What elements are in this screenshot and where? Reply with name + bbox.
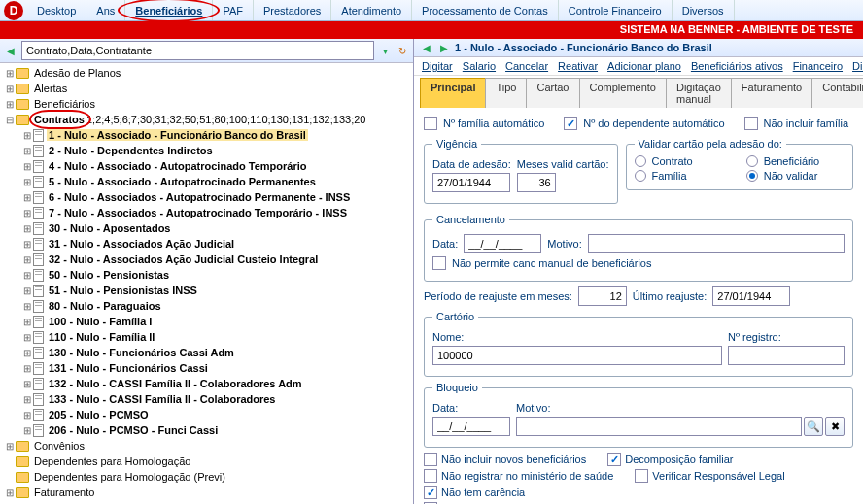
action-financeiro[interactable]: Financeiro <box>793 60 843 72</box>
action-digitar[interactable]: Digitar <box>422 60 453 72</box>
tree-row[interactable]: ⊞205 - Nulo - PCMSO <box>0 407 413 422</box>
tab-cart-o[interactable]: Cartão <box>526 78 579 108</box>
cb-auto-dependente[interactable] <box>564 117 577 130</box>
tab-complemento[interactable]: Complemento <box>579 78 667 108</box>
expand-icon[interactable]: ⊞ <box>21 223 33 234</box>
tree-row[interactable]: ⊞32 - Nulo - Associados Ação Judicial Cu… <box>0 252 413 267</box>
tree-row[interactable]: ⊞6 - Nulo - Associados - Autopatrocinado… <box>0 189 413 205</box>
tree-row[interactable]: ⊞80 - Nulo - Paraguaios <box>0 298 413 314</box>
input-nome[interactable] <box>432 346 722 365</box>
tree-row[interactable]: ⊞Faturamento <box>0 485 413 500</box>
radio-contrato[interactable] <box>635 155 646 167</box>
tree-row[interactable]: ⊞2 - Nulo - Dependentes Indiretos <box>0 143 413 158</box>
detail-fwd-icon[interactable]: ▶ <box>437 41 451 54</box>
tree-row[interactable]: ⊞30 - Nulo - Aposentados <box>0 220 413 236</box>
action-dia[interactable]: Dia <box>852 60 863 72</box>
expand-icon[interactable]: ⊞ <box>21 254 33 265</box>
radio-fam-lia[interactable] <box>635 170 646 182</box>
tab-faturamento[interactable]: Faturamento <box>731 78 812 108</box>
tab-contabiliza-o[interactable]: Contabilização <box>811 78 863 108</box>
action-cancelar[interactable]: Cancelar <box>505 60 548 72</box>
tab-digita-o-manual[interactable]: Digitação manual <box>666 78 732 108</box>
tree-row[interactable]: ⊞Adesão de Planos <box>0 65 413 81</box>
expand-icon[interactable]: ⊞ <box>4 441 16 452</box>
lookup-icon[interactable]: 🔍 <box>804 417 823 436</box>
radio-benefici-rio[interactable] <box>746 155 758 167</box>
action-reativar[interactable]: Reativar <box>558 60 598 72</box>
tree-row[interactable]: ⊞131 - Nulo - Funcionários Cassi <box>0 360 413 376</box>
expand-icon[interactable]: ⊞ <box>21 146 33 156</box>
expand-icon[interactable]: ⊞ <box>21 208 33 218</box>
tree-row[interactable]: ⊞50 - Nulo - Pensionistas <box>0 267 413 283</box>
tree-row[interactable]: ⊞31 - Nulo - Associados Ação Judicial <box>0 236 413 252</box>
nav-refresh-icon[interactable]: ↻ <box>396 44 409 57</box>
menu-benefici-rios[interactable]: Beneficiários <box>125 0 213 20</box>
cb-verificar-respons-vel-legal[interactable] <box>635 469 648 483</box>
tree-row[interactable]: ⊞206 - Nulo - PCMSO - Funci Cassi <box>0 422 413 438</box>
radio-n-o-validar[interactable] <box>746 170 758 182</box>
expand-icon[interactable]: ⊞ <box>21 239 33 250</box>
input-cancel-motivo[interactable] <box>588 234 845 253</box>
tree-row[interactable]: ⊞4 - Nulo - Associado - Autopatrocinado … <box>0 158 413 174</box>
action-adicionar-plano[interactable]: Adicionar plano <box>607 60 681 72</box>
menu-atendimento[interactable]: Atendimento <box>331 0 412 20</box>
tree-row[interactable]: ⊞5 - Nulo - Associado - Autopatrocinado … <box>0 174 413 189</box>
input-bloqueio-motivo[interactable] <box>516 417 802 436</box>
cb-decomposi-o-familiar[interactable] <box>607 453 621 466</box>
tree-row[interactable]: ⊞51 - Nulo - Pensionistas INSS <box>0 283 413 298</box>
input-data-adesao[interactable] <box>432 173 510 192</box>
expand-icon[interactable]: ⊟ <box>4 115 16 125</box>
expand-icon[interactable]: ⊞ <box>21 425 33 436</box>
tree-row[interactable]: ⊞110 - Nulo - Família II <box>0 329 413 345</box>
nav-back-icon[interactable]: ◀ <box>4 44 17 57</box>
tree-row[interactable]: ⊟Contratos 1;2;4;5;6;7;30;31;32;50;51;80… <box>0 112 413 127</box>
cb-nao-permite-canc[interactable] <box>432 256 446 270</box>
tree-row[interactable]: ⊞100 - Nulo - Família I <box>0 314 413 329</box>
action-salario[interactable]: Salario <box>463 60 496 72</box>
tree-row[interactable]: ⊞7 - Nulo - Associados - Autopatrocinado… <box>0 205 413 220</box>
expand-icon[interactable]: ⊞ <box>21 348 33 358</box>
input-cancel-data[interactable] <box>464 234 541 253</box>
cb-n-o-tem-car-ncia[interactable] <box>424 486 437 499</box>
expand-icon[interactable]: ⊞ <box>21 130 33 141</box>
tree-row[interactable]: ⊞Alertas <box>0 81 413 96</box>
expand-icon[interactable]: ⊞ <box>4 68 16 79</box>
expand-icon[interactable]: ⊞ <box>4 99 16 110</box>
tree-row[interactable]: ⊞1 - Nulo - Associado - Funcionário Banc… <box>0 127 413 143</box>
nav-dropdown-icon[interactable]: ▾ <box>378 44 392 57</box>
menu-processamento-de-contas[interactable]: Processamento de Contas <box>412 0 559 20</box>
tab-principal[interactable]: Principal <box>420 78 486 108</box>
expand-icon[interactable]: ⊞ <box>21 192 33 203</box>
expand-icon[interactable]: ⊞ <box>21 379 33 389</box>
tree-row[interactable]: ⊞Convênios <box>0 438 413 454</box>
tree-row[interactable]: ⊞130 - Nulo - Funcionários Cassi Adm <box>0 345 413 360</box>
tree-row[interactable]: ⊞133 - Nulo - CASSI Família II - Colabor… <box>0 391 413 407</box>
input-meses[interactable] <box>517 173 556 192</box>
input-ultimo[interactable] <box>712 286 790 306</box>
expand-icon[interactable]: ⊞ <box>21 286 33 296</box>
tree-row[interactable]: Dependentes para Homologação <box>0 454 413 469</box>
expand-icon[interactable]: ⊞ <box>21 317 33 327</box>
expand-icon[interactable]: ⊞ <box>21 177 33 187</box>
cb-n-o-registrar-no-minist-rio-de-sa-de[interactable] <box>424 469 437 483</box>
expand-icon[interactable]: ⊞ <box>21 270 33 281</box>
expand-icon[interactable]: ⊞ <box>21 161 33 172</box>
contracts-tree[interactable]: ⊞Adesão de Planos⊞Alertas⊞Beneficiários⊟… <box>0 63 413 504</box>
menu-diversos[interactable]: Diversos <box>673 0 735 20</box>
action-benefici-rios-ativos[interactable]: Beneficiários ativos <box>691 60 783 72</box>
input-bloqueio-data[interactable] <box>432 417 510 436</box>
expand-icon[interactable]: ⊞ <box>21 410 33 420</box>
clear-icon[interactable]: ✖ <box>825 417 845 436</box>
tree-row[interactable]: Dependentes para Homologação (Previ) <box>0 469 413 485</box>
tab-tipo[interactable]: Tipo <box>485 78 527 108</box>
cb-auto-familia[interactable] <box>424 117 437 130</box>
expand-icon[interactable]: ⊞ <box>4 487 16 498</box>
menu-prestadores[interactable]: Prestadores <box>254 0 331 20</box>
menu-controle-financeiro[interactable]: Controle Financeiro <box>559 0 673 20</box>
breadcrumb-input[interactable] <box>21 41 374 60</box>
expand-icon[interactable]: ⊞ <box>21 332 33 343</box>
expand-icon[interactable]: ⊞ <box>21 301 33 312</box>
cb-n-o-incluir-novos-benefici-rios[interactable] <box>424 453 437 466</box>
expand-icon[interactable]: ⊞ <box>4 84 16 94</box>
tree-row[interactable]: ⊞132 - Nulo - CASSI Família II - Colabor… <box>0 376 413 391</box>
